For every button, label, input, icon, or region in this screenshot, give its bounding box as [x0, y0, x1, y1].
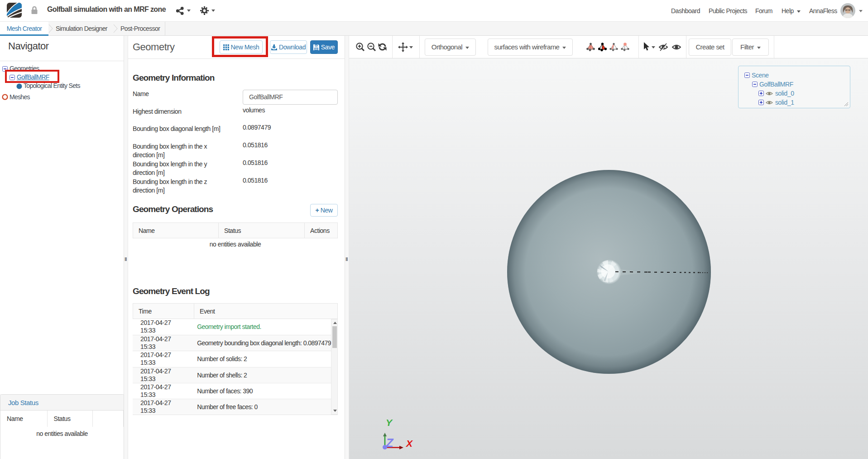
- svg-text:Y: Y: [386, 417, 393, 428]
- svg-text:Z: Z: [385, 436, 394, 450]
- svg-text:X: X: [406, 438, 413, 449]
